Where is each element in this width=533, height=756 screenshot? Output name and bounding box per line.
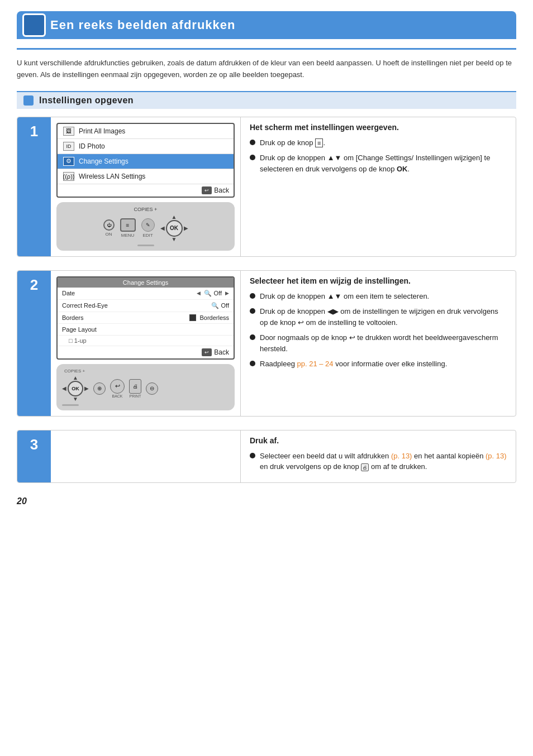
page-title: Een reeks beelden afdrukken (50, 18, 505, 32)
change-settings-icon: ⚙ (63, 157, 74, 166)
step-2-bullets: Druk op de knoppen ▲▼ om een item te sel… (250, 291, 507, 370)
ok-button[interactable]: OK (166, 220, 183, 237)
ok-cluster-2: ▲ ◀ OK ▶ ▼ (62, 375, 89, 402)
edit-section: ✎ EDIT (141, 218, 155, 238)
print-button[interactable]: 🖨 (129, 379, 141, 394)
pp-21-24-link[interactable]: pp. 21 – 24 (297, 360, 334, 368)
ok-button-2[interactable]: OK (68, 381, 83, 396)
step-1-bullet-1-text: Druk op de knop ≡. (260, 137, 325, 149)
copies-label-2: COPIES + (62, 369, 85, 374)
camera-bottom-line-2 (62, 404, 79, 406)
section-title: Instellingen opgeven (39, 95, 134, 106)
right-arrow-2[interactable]: ▶ (84, 386, 89, 391)
camera-buttons-row-1: ⏻ ON ≡ MENU ✎ EDIT ▲ ◀ O (103, 214, 188, 242)
step-1-bullets: Druk op de knop ≡. Druk op de knoppen ▲▼… (250, 137, 507, 175)
menu-section: ≡ MENU (120, 218, 136, 238)
step-2-container: 2 Change Settings Date ◀ 🔍 Off ▶ Correct… (17, 270, 516, 417)
down-arrow[interactable]: ▼ (172, 237, 177, 242)
step-1-heading: Het scherm met instellingen weergeven. (250, 123, 507, 132)
page-number: 20 (17, 496, 516, 506)
right-arrow[interactable]: ▶ (184, 226, 188, 231)
menu-icon-inline: ≡ (315, 138, 323, 147)
left-arrow[interactable]: ◀ (160, 226, 165, 231)
page-header: Een reeks beelden afdrukken (17, 11, 516, 39)
zoom-minus-section: ⊖ (146, 382, 158, 395)
step-3-bullet-1-text: Selecteer een beeld dat u wilt afdrukken… (260, 451, 507, 472)
step-3-bullets: Selecteer een beeld dat u wilt afdrukken… (250, 451, 507, 472)
power-button[interactable]: ⏻ (103, 219, 115, 231)
step-1-container: 1 🖼 Print All Images ID ID Photo ⚙ Chang… (17, 117, 516, 257)
left-nav-date: ◀ (197, 290, 201, 296)
back-label-1: Back (214, 186, 229, 194)
right-nav-date: ▶ (225, 290, 229, 296)
row-date-label: Date (62, 290, 193, 296)
bullet-dot-1 (250, 140, 255, 145)
p13-link-1[interactable]: (p. 13) (391, 452, 412, 460)
step-2-bullet-1: Druk op de knoppen ▲▼ om een item te sel… (250, 291, 507, 302)
power-section: ⏻ ON (103, 219, 115, 237)
step-2-bullet-2: Druk op de knoppen ◀▶ om de instellingen… (250, 306, 507, 328)
menu-item-wireless: ((ρ)) Wireless LAN Settings (58, 169, 234, 184)
id-photo-icon: ID (63, 142, 74, 151)
step-2-right: Selecteer het item en wijzig de instelli… (241, 271, 516, 416)
step-2-heading: Selecteer het item en wijzig de instelli… (250, 276, 507, 285)
zoom-plus-section: ⊕ (93, 382, 106, 395)
step-2-bullet-3: Door nogmaals op de knop ↩ te drukken wo… (250, 332, 507, 354)
wireless-icon: ((ρ)) (63, 172, 74, 181)
camera-top-row-1: COPIES + (134, 207, 158, 212)
screen2-header: Change Settings (58, 277, 234, 288)
menu-label-id-photo: ID Photo (79, 142, 105, 150)
menu-item-print-all: 🖼 Print All Images (58, 124, 234, 139)
up-arrow-2[interactable]: ▲ (73, 375, 78, 381)
screen2-row-layout: Page Layout (58, 324, 234, 336)
bullet-dot-2-3 (250, 334, 255, 340)
print-all-icon: 🖼 (63, 127, 74, 136)
step-2-bullet-4: Raadpleeg pp. 21 – 24 voor informatie ov… (250, 358, 507, 370)
step-1-bullet-2: Druk op de knoppen ▲▼ om [Change Setting… (250, 152, 507, 174)
menu-label-wireless: Wireless LAN Settings (79, 173, 145, 180)
step-1-bullet-2-text: Druk op de knoppen ▲▼ om [Change Setting… (260, 152, 507, 174)
step-1-screen: 🖼 Print All Images ID ID Photo ⚙ Change … (56, 123, 235, 198)
menu-label: MENU (121, 233, 135, 238)
ok-bold: OK (397, 165, 408, 173)
back-section: ↩ BACK (110, 379, 125, 398)
step-3-left (51, 430, 241, 482)
step-3-bullet-1: Selecteer een beeld dat u wilt afdrukken… (250, 451, 507, 472)
back-arrow-icon-2: ↩ (202, 348, 212, 356)
menu-label-change-settings: Change Settings (79, 157, 129, 165)
ok-cluster-1: ▲ ◀ OK ▶ ▼ (160, 214, 188, 242)
menu-label-print-all: Print All Images (79, 127, 125, 135)
p13-link-2[interactable]: (p. 13) (486, 452, 507, 460)
menu-item-change-settings[interactable]: ⚙ Change Settings (58, 154, 234, 169)
bullet-dot-2-1 (250, 293, 255, 299)
menu-button[interactable]: ≡ (120, 218, 136, 232)
step-2-bullet-4-text: Raadpleeg pp. 21 – 24 voor informatie ov… (260, 358, 447, 370)
bullet-dot-3-1 (250, 453, 255, 458)
screen2-row-borders: Borders Borderless (58, 312, 234, 324)
row-borders-label: Borders (62, 314, 186, 321)
down-arrow-2[interactable]: ▼ (73, 396, 78, 402)
back-label-2: Back (214, 348, 229, 356)
zoom-minus-button[interactable]: ⊖ (146, 382, 158, 395)
bullet-dot-2-2 (250, 308, 255, 314)
print-section: 🖨 PRINT (129, 379, 141, 398)
edit-button[interactable]: ✎ (141, 218, 155, 232)
step-3-container: 3 Druk af. Selecteer een beeld dat u wil… (17, 430, 516, 483)
up-arrow[interactable]: ▲ (172, 214, 177, 220)
header-underline (17, 48, 516, 50)
left-arrow-2[interactable]: ◀ (62, 386, 66, 391)
print-button-label: PRINT (130, 394, 141, 398)
intro-text: U kunt verschillende afdrukfuncties gebr… (17, 58, 516, 81)
bullet-dot-2-4 (250, 361, 255, 366)
back-button-label: BACK (112, 394, 122, 398)
step-2-number: 2 (17, 271, 51, 416)
back-button[interactable]: ↩ (110, 379, 125, 394)
row-layout-label: Page Layout (62, 326, 229, 333)
step-2-bullet-3-text: Door nogmaals op de knop ↩ te drukken wo… (260, 332, 507, 354)
step-2-bullet-1-text: Druk op de knoppen ▲▼ om een item te sel… (260, 291, 429, 302)
screen2-row-date: Date ◀ 🔍 Off ▶ (58, 288, 234, 300)
zoom-plus-button[interactable]: ⊕ (93, 382, 106, 395)
camera2-btn-row: ▲ ◀ OK ▶ ▼ ⊕ ↩ BACK (62, 375, 158, 402)
print-inline-icon: 🖨 (361, 463, 369, 471)
screen2-sub-1up: □ 1-up (58, 336, 234, 346)
